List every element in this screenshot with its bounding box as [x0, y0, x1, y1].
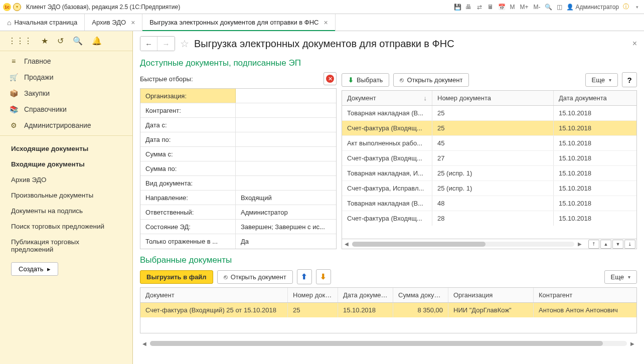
- filter-row[interactable]: Дата по:: [140, 132, 336, 147]
- filter-value[interactable]: [236, 147, 336, 161]
- current-user[interactable]: 👤Администратор: [566, 4, 619, 11]
- history-icon[interactable]: ↺: [57, 36, 64, 46]
- help-button[interactable]: ?: [622, 72, 637, 87]
- nav-main[interactable]: ≡Главное: [0, 53, 132, 69]
- filter-value[interactable]: [236, 118, 336, 132]
- app-dropdown-icon[interactable]: ▾: [633, 3, 641, 11]
- calendar-icon[interactable]: 📅: [498, 3, 506, 11]
- table-row[interactable]: Счет-фактура (Входящ...2815.10.2018: [342, 211, 636, 226]
- memory-mminus[interactable]: M-: [532, 4, 541, 11]
- col-document[interactable]: Документ: [140, 288, 288, 302]
- save-icon[interactable]: 💾: [453, 3, 461, 11]
- table-row[interactable]: Акт выполненных рабо...4515.10.2018: [342, 136, 636, 151]
- more-button-2[interactable]: Еще: [604, 270, 637, 284]
- tab-archive[interactable]: Архив ЭДО ×: [85, 14, 142, 31]
- close-icon[interactable]: ×: [324, 19, 328, 27]
- open-document-button[interactable]: ⎋Открыть документ: [393, 73, 469, 87]
- create-button[interactable]: Создать ▸: [11, 262, 58, 276]
- page-first-button[interactable]: ⤒: [588, 240, 599, 249]
- close-icon[interactable]: ×: [131, 19, 135, 27]
- page-last-button[interactable]: ⤓: [624, 240, 635, 249]
- table-row[interactable]: Товарная накладная (В...2515.10.2018: [342, 106, 636, 121]
- forward-button[interactable]: →: [157, 37, 175, 51]
- table-row[interactable]: Счет-фактура (Входящ...2715.10.2018: [342, 151, 636, 166]
- filter-row[interactable]: Состояние ЭД:Завершен; Завершен с ис...: [140, 220, 336, 234]
- filter-value[interactable]: Входящий: [236, 191, 336, 205]
- export-to-file-button[interactable]: Выгрузить в файл: [140, 270, 213, 284]
- nav-references[interactable]: 📚Справочники: [0, 101, 132, 117]
- filter-row[interactable]: Сумма с:: [140, 147, 336, 161]
- link-docs-to-sign[interactable]: Документы на подпись: [0, 203, 132, 219]
- link-outgoing-docs[interactable]: Исходящие документы: [0, 141, 132, 156]
- filter-value[interactable]: [236, 89, 336, 103]
- clear-filters-button[interactable]: ✕: [324, 72, 337, 85]
- scroll-right-icon[interactable]: ▶: [576, 241, 583, 247]
- filter-value[interactable]: [236, 103, 336, 117]
- link-offers-publish[interactable]: Публикация торговых предложений: [0, 234, 132, 257]
- filter-row[interactable]: Дата с:: [140, 118, 336, 132]
- col-date[interactable]: Дата документа: [554, 91, 622, 105]
- filter-value[interactable]: [236, 161, 336, 175]
- link-offers-search[interactable]: Поиск торговых предложений: [0, 219, 132, 234]
- filter-value[interactable]: Завершен; Завершен с ис...: [236, 220, 336, 234]
- filter-value[interactable]: [236, 132, 336, 146]
- panels-icon[interactable]: ◫: [555, 3, 563, 11]
- col-number[interactable]: Номер документа: [432, 91, 554, 105]
- table-row[interactable]: Счет-фактура (Входящий) 25 от 15.10.2018…: [140, 303, 636, 317]
- col-counterparty[interactable]: Контрагент: [534, 288, 631, 302]
- open-document-button-2[interactable]: ⎋Открыть документ: [217, 270, 293, 284]
- filter-row[interactable]: Только отраженные в ...Да: [140, 234, 336, 249]
- tab-home[interactable]: ⌂ Начальная страница: [0, 14, 85, 31]
- search-icon[interactable]: 🔍: [73, 36, 83, 46]
- zoom-icon[interactable]: 🔍: [544, 3, 552, 11]
- more-button[interactable]: Еще: [585, 73, 618, 87]
- select-button[interactable]: ⬇Выбрать: [342, 73, 389, 87]
- link-archive-edo[interactable]: Архив ЭДО: [0, 172, 132, 188]
- filter-value[interactable]: [236, 176, 336, 190]
- close-page-icon[interactable]: ×: [632, 39, 637, 48]
- apps-icon[interactable]: ⋮⋮⋮: [8, 36, 32, 46]
- nav-sales[interactable]: 🛒Продажи: [0, 69, 132, 85]
- h-scrollbar[interactable]: [352, 242, 574, 247]
- filter-value[interactable]: Администратор: [236, 205, 336, 219]
- scroll-left-icon[interactable]: ◀: [141, 341, 148, 346]
- link-incoming-docs[interactable]: Входящие документы: [0, 156, 132, 172]
- back-button[interactable]: ←: [140, 37, 157, 51]
- move-down-button[interactable]: ⬇: [316, 269, 331, 284]
- scroll-left-icon[interactable]: ◀: [343, 241, 350, 247]
- filter-value[interactable]: Да: [236, 234, 336, 249]
- col-sum[interactable]: Сумма документа: [393, 288, 448, 302]
- col-document[interactable]: Документ↓: [342, 91, 432, 105]
- table-row[interactable]: Товарная накладная, И...25 (испр. 1)15.1…: [342, 166, 636, 181]
- bell-icon[interactable]: 🔔: [92, 36, 102, 46]
- filter-row[interactable]: Организация:: [140, 89, 336, 103]
- link-arbitrary-docs[interactable]: Произвольные документы: [0, 188, 132, 203]
- table-row[interactable]: Счет-фактура (Входящ...2515.10.2018: [342, 121, 636, 136]
- table-row[interactable]: Счет-фактура, Исправл...25 (испр. 1)15.1…: [342, 181, 636, 196]
- favorite-star-icon[interactable]: ☆: [180, 38, 189, 50]
- scroll-right-icon[interactable]: ▶: [629, 341, 636, 346]
- print-icon[interactable]: 🖶: [464, 3, 472, 11]
- doc-compare-icon[interactable]: ⇄: [475, 3, 484, 11]
- memory-m[interactable]: M: [509, 4, 516, 11]
- col-date[interactable]: Дата документа: [338, 288, 393, 302]
- col-organization[interactable]: Организация: [448, 288, 534, 302]
- memory-mplus[interactable]: M+: [519, 4, 529, 11]
- nav-admin[interactable]: ⚙Администрирование: [0, 117, 132, 133]
- filter-row[interactable]: Сумма по:: [140, 161, 336, 176]
- star-icon[interactable]: ★: [41, 36, 48, 46]
- page-down-button[interactable]: ▼: [612, 240, 623, 249]
- calc-icon[interactable]: 🖩: [487, 3, 495, 11]
- filter-row[interactable]: Вид документа:: [140, 176, 336, 191]
- app-menu-dropdown[interactable]: ▾: [13, 3, 21, 11]
- filter-row[interactable]: Направление:Входящий: [140, 191, 336, 205]
- tab-export-fns[interactable]: Выгрузка электронных документов для отпр…: [142, 14, 335, 31]
- table-row[interactable]: Товарная накладная (В...4815.10.2018: [342, 196, 636, 211]
- h-scrollbar[interactable]: [150, 341, 627, 346]
- move-up-button[interactable]: ⬆: [297, 269, 312, 284]
- page-up-button[interactable]: ▲: [600, 240, 611, 249]
- nav-purchases[interactable]: 📦Закупки: [0, 85, 132, 101]
- col-number[interactable]: Номер документа: [288, 288, 338, 302]
- filter-row[interactable]: Контрагент:: [140, 103, 336, 118]
- filter-row[interactable]: Ответственный:Администратор: [140, 205, 336, 220]
